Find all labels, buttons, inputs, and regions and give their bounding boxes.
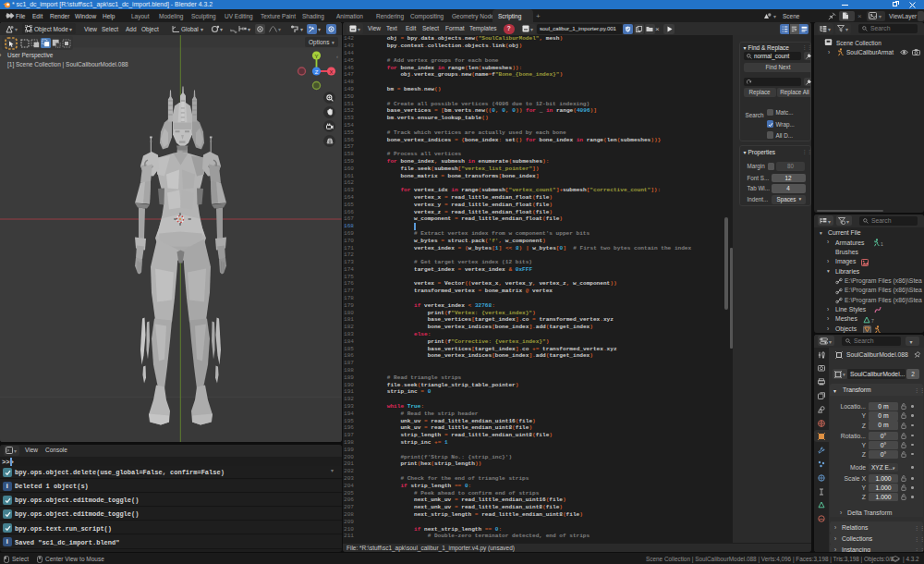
svg-text:Z: Z	[315, 69, 319, 75]
svg-text:X: X	[329, 69, 333, 75]
svg-text:Y: Y	[314, 54, 318, 59]
